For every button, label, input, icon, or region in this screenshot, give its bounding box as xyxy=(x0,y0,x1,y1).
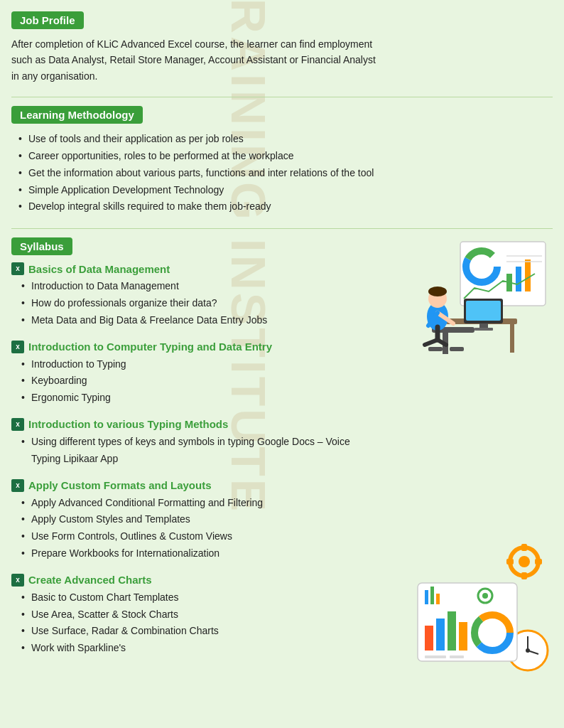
syllabus-title-2: x Introduction to Computer Typing and Da… xyxy=(11,341,553,353)
learning-methodology-badge: Learning Methodology xyxy=(11,106,143,124)
list-item: Apply Advanced Conditional Formatting an… xyxy=(21,495,367,512)
syllabus-title-1: x Basics of Data Management xyxy=(11,262,553,275)
syllabus-list-3: Using different types of keys and symbol… xyxy=(11,434,367,468)
list-item: Using different types of keys and symbol… xyxy=(21,434,367,468)
syllabus-list-4: Apply Advanced Conditional Formatting an… xyxy=(11,495,367,562)
list-item: Get the information about various parts,… xyxy=(18,165,388,182)
list-item: Use Surface, Radar & Combination Charts xyxy=(21,623,367,640)
list-item: Keyboarding xyxy=(21,373,367,390)
syllabus-section: Syllabus x Basics of Data Management Int… xyxy=(11,237,553,657)
list-item: Use Form Controls, Outlines & Custom Vie… xyxy=(21,528,367,545)
list-item: Work with Sparkline's xyxy=(21,640,367,657)
list-item: Simple Application Development Technolog… xyxy=(18,182,388,199)
syllabus-badge: Syllabus xyxy=(11,237,72,255)
excel-icon-2: x xyxy=(11,341,24,353)
syllabus-list-5: Basic to Custom Chart Templates Use Area… xyxy=(11,589,367,657)
syllabus-block-3: x Introduction to various Typing Methods… xyxy=(11,418,553,468)
syllabus-list-1: Introduction to Data Management How do p… xyxy=(11,278,367,328)
list-item: How do professionals organize their data… xyxy=(21,295,367,312)
job-profile-text: After completion of KLiC Advanced Excel … xyxy=(11,36,381,84)
list-item: Introduction to Typing xyxy=(21,356,367,373)
syllabus-block-4: x Apply Custom Formats and Layouts Apply… xyxy=(11,479,553,562)
excel-icon-1: x xyxy=(11,262,24,275)
list-item: Career opportunities, roles to be perfor… xyxy=(18,148,388,165)
list-item: Develop integral skills required to make… xyxy=(18,198,388,215)
list-item: Basic to Custom Chart Templates xyxy=(21,589,367,606)
learning-methodology-section: Learning Methodology Use of tools and th… xyxy=(11,106,553,215)
excel-icon-5: x xyxy=(11,574,24,587)
excel-icon-3: x xyxy=(11,418,24,431)
list-item: Apply Custom Styles and Templates xyxy=(21,511,367,528)
syllabus-title-3: x Introduction to various Typing Methods xyxy=(11,418,553,431)
syllabus-list-2: Introduction to Typing Keyboarding Ergon… xyxy=(11,356,367,407)
list-item: Ergonomic Typing xyxy=(21,390,367,407)
job-profile-section: Job Profile After completion of KLiC Adv… xyxy=(11,11,553,84)
syllabus-title-5: x Create Advanced Charts xyxy=(11,574,553,587)
list-item: Meta Data and Big Data & Freelance Data … xyxy=(21,312,367,329)
syllabus-block-5: x Create Advanced Charts Basic to Custom… xyxy=(11,574,553,657)
syllabus-block-2: x Introduction to Computer Typing and Da… xyxy=(11,341,553,407)
learning-methodology-list: Use of tools and their application as pe… xyxy=(11,131,388,215)
divider-2 xyxy=(11,228,553,229)
list-item: Use of tools and their application as pe… xyxy=(18,131,388,148)
list-item: Use Area, Scatter & Stock Charts xyxy=(21,606,367,623)
excel-icon-4: x xyxy=(11,479,24,492)
job-profile-badge: Job Profile xyxy=(11,11,84,29)
syllabus-block-1: x Basics of Data Management Introduction… xyxy=(11,262,553,328)
list-item: Introduction to Data Management xyxy=(21,278,367,295)
list-item: Prepare Workbooks for Internationalizati… xyxy=(21,545,367,562)
divider-1 xyxy=(11,97,553,97)
syllabus-title-4: x Apply Custom Formats and Layouts xyxy=(11,479,553,492)
